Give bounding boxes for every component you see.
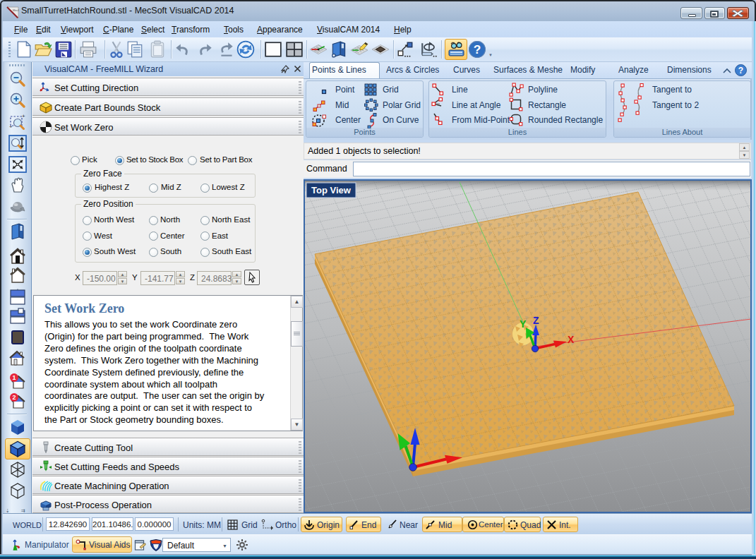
svg-text:+: + — [9, 124, 13, 130]
svg-text:?: ? — [738, 66, 743, 76]
svg-text:2: 2 — [12, 394, 16, 401]
svg-text:?: ? — [474, 42, 481, 56]
svg-text:Top View: Top View — [311, 185, 352, 196]
svg-text:+: + — [22, 113, 25, 119]
svg-text:1: 1 — [12, 374, 16, 381]
svg-text:Y: Y — [520, 318, 527, 330]
svg-text:Z: Z — [533, 315, 539, 326]
svg-text:MecS: MecS — [13, 8, 19, 12]
svg-text:X: X — [568, 334, 575, 345]
